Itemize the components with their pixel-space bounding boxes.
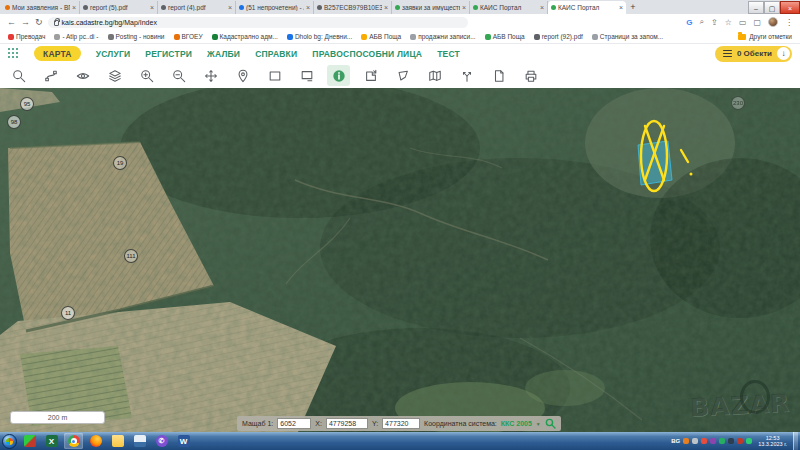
tray-icon[interactable] <box>728 438 734 444</box>
tab-close-icon[interactable]: × <box>540 4 544 11</box>
locate-pin-icon[interactable] <box>231 65 254 86</box>
cadastre-marker[interactable]: 11 <box>61 306 75 320</box>
side-panel-icon[interactable]: ▢ <box>753 18 761 27</box>
nav-item-uslugi[interactable]: УСЛУГИ <box>96 49 131 59</box>
bookmark-star-icon[interactable]: ☆ <box>725 18 732 27</box>
tab-close-icon[interactable]: × <box>462 4 466 11</box>
scale-input[interactable]: 6052 <box>277 418 311 429</box>
browser-tab[interactable]: заявки за имущество на ...× <box>392 1 470 14</box>
bookmark-item[interactable]: ВГОЕУ <box>174 33 203 40</box>
map-book-icon[interactable] <box>423 65 446 86</box>
cadastre-marker[interactable]: 95 <box>20 97 34 111</box>
tab-close-icon[interactable]: × <box>72 4 76 11</box>
show-desktop-button[interactable] <box>793 432 798 450</box>
zoom-out-icon[interactable] <box>167 65 190 86</box>
taskbar-app-cad[interactable] <box>20 433 39 449</box>
extent-rect-icon[interactable] <box>295 65 318 86</box>
bookmark-item[interactable]: АБВ Поща <box>485 33 525 40</box>
browser-tab[interactable]: B257ECB979B10E359110...× <box>314 1 392 14</box>
window-maximize-button[interactable]: ▢ <box>764 1 780 14</box>
tab-close-icon[interactable]: × <box>619 4 623 11</box>
zoom-icon[interactable]: ⌕ <box>700 17 704 27</box>
tray-icon[interactable] <box>692 438 698 444</box>
zoom-in-icon[interactable] <box>135 65 158 86</box>
objects-pill[interactable]: 0 Обекти ↓ <box>715 46 792 62</box>
back-icon[interactable]: ← <box>7 14 16 30</box>
pan-icon[interactable] <box>199 65 222 86</box>
nav-item-karta[interactable]: КАРТА <box>34 46 81 61</box>
cadastre-marker[interactable]: 111 <box>124 249 138 263</box>
taskbar-app-chrome[interactable] <box>64 433 83 449</box>
bookmark-item[interactable]: Кадастрално адм... <box>212 33 278 40</box>
cadastre-marker[interactable]: 230 <box>731 96 745 110</box>
start-button[interactable] <box>2 434 17 449</box>
tab-close-icon[interactable]: × <box>384 4 388 11</box>
browser-tab[interactable]: report (5).pdf× <box>80 1 158 14</box>
bookmark-item[interactable]: - Atlp pc..di - <box>54 33 98 40</box>
coordinate-search-icon[interactable] <box>545 418 556 429</box>
new-tab-button[interactable]: + <box>626 1 640 14</box>
layers-icon[interactable] <box>103 65 126 86</box>
select-polygon-icon[interactable] <box>391 65 414 86</box>
document-icon[interactable] <box>487 65 510 86</box>
nav-item-spravki[interactable]: СПРАВКИ <box>255 49 297 59</box>
tray-icon[interactable] <box>683 438 689 444</box>
browser-tab-active[interactable]: КАИС Портал× <box>548 1 626 14</box>
download-arrow-icon[interactable]: ↓ <box>777 47 790 60</box>
search-tool-icon[interactable] <box>7 65 30 86</box>
bookmark-item[interactable]: Страници за запом... <box>592 33 663 40</box>
window-close-button[interactable]: × <box>780 1 800 14</box>
browser-tab[interactable]: (51 непрочетени) - АБВ ...× <box>236 1 314 14</box>
taskbar-app-viber[interactable]: ✆ <box>152 433 171 449</box>
bookmark-item[interactable]: Posting - новини <box>108 33 165 40</box>
bookmark-item[interactable]: Dholo bg: Дневни... <box>287 33 352 40</box>
route-nodes-icon[interactable] <box>39 65 62 86</box>
print-icon[interactable] <box>519 65 542 86</box>
nav-item-pravosposobni-litsa[interactable]: ПРАВОСПОСОБНИ ЛИЦА <box>312 49 422 59</box>
crs-dropdown-icon[interactable]: ▼ <box>536 421 541 427</box>
taskbar-app-word[interactable]: W <box>174 433 193 449</box>
info-tool-icon[interactable] <box>327 65 350 86</box>
cadastre-marker[interactable]: 19 <box>113 156 127 170</box>
draw-polygon-icon[interactable] <box>359 65 382 86</box>
browser-tab[interactable]: Мои заявления - ВГОЕУ× <box>2 1 80 14</box>
tray-icon[interactable] <box>746 438 752 444</box>
language-indicator[interactable]: BG <box>671 438 680 444</box>
taskbar-app-remote[interactable] <box>130 433 149 449</box>
cadastre-marker[interactable]: 98 <box>7 115 21 129</box>
url-input[interactable]: kais.cadastre.bg/bg/Map/Index <box>48 17 468 28</box>
taskbar-app-explorer[interactable] <box>108 433 127 449</box>
taskbar-app-excel[interactable]: X <box>42 433 61 449</box>
bookmark-item[interactable]: продажни записи... <box>410 33 475 40</box>
tab-close-icon[interactable]: × <box>228 4 232 11</box>
google-icon[interactable]: G <box>686 18 692 27</box>
cast-icon[interactable]: ▭ <box>739 18 747 27</box>
crs-value[interactable]: ККС 2005 <box>501 420 532 427</box>
nav-item-test[interactable]: ТЕСТ <box>437 49 460 59</box>
browser-tab[interactable]: report (4).pdf× <box>158 1 236 14</box>
tray-icon[interactable] <box>737 438 743 444</box>
bookmark-item[interactable]: Преводач <box>8 33 45 40</box>
forward-icon[interactable]: → <box>21 14 30 30</box>
taskbar-app-firefox[interactable] <box>86 433 105 449</box>
browser-menu-icon[interactable]: ⋮ <box>785 18 793 27</box>
browser-tab[interactable]: КАИС Портал× <box>470 1 548 14</box>
tab-close-icon[interactable]: × <box>150 4 154 11</box>
share-icon[interactable]: ⇪ <box>711 18 718 27</box>
bookmark-item[interactable]: report (92).pdf <box>534 33 583 40</box>
reload-icon[interactable]: ↻ <box>35 14 43 30</box>
nav-item-registri[interactable]: РЕГИСТРИ <box>145 49 192 59</box>
window-minimize-button[interactable]: – <box>748 1 764 14</box>
tab-close-icon[interactable]: × <box>306 4 310 11</box>
visibility-eye-icon[interactable] <box>71 65 94 86</box>
select-rect-icon[interactable] <box>263 65 286 86</box>
x-coordinate-input[interactable]: 4779258 <box>326 418 368 429</box>
bookmark-item[interactable]: АБВ Поща <box>361 33 401 40</box>
profile-avatar[interactable] <box>768 17 778 27</box>
apps-grid-icon[interactable] <box>8 48 19 59</box>
tray-icon[interactable] <box>710 438 716 444</box>
other-bookmarks-button[interactable]: Други отметки <box>738 33 792 40</box>
satellite-map[interactable]: 95 98 19 111 11 230 200 m Мащаб 1: 6052 … <box>0 88 800 432</box>
tray-icon[interactable] <box>719 438 725 444</box>
split-parcel-icon[interactable] <box>455 65 478 86</box>
